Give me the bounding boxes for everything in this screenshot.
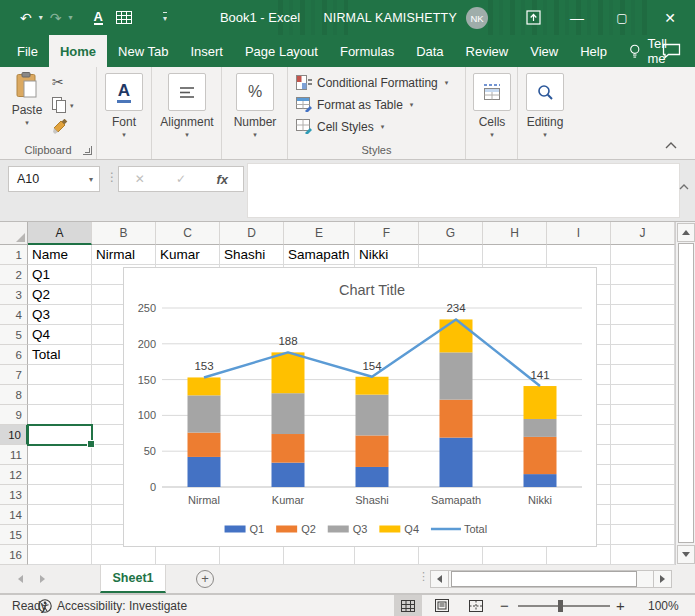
formula-input[interactable] <box>247 163 680 218</box>
name-box[interactable]: A10 ▾ <box>8 166 100 192</box>
cell-J2[interactable] <box>611 265 675 285</box>
accessibility-status[interactable]: Accessibility: Investigate <box>57 595 187 616</box>
tab-bar-splitter[interactable]: ⋮ <box>418 570 429 583</box>
paste-dropdown-icon[interactable]: ▾ <box>25 119 29 127</box>
cell-J11[interactable] <box>611 445 675 465</box>
font-dropdown-icon[interactable]: ▾ <box>122 131 126 139</box>
tab-data[interactable]: Data <box>405 35 454 67</box>
column-header-F[interactable]: F <box>355 222 419 245</box>
formula-bar-splitter[interactable]: ⋮ <box>106 170 118 184</box>
font-color-icon[interactable]: A <box>94 10 103 25</box>
redo-dropdown-icon[interactable]: ▾ <box>68 13 72 22</box>
collapse-ribbon-icon[interactable] <box>665 135 677 153</box>
cell-J13[interactable] <box>611 485 675 505</box>
scroll-left-button[interactable] <box>431 571 449 587</box>
name-box-dropdown-icon[interactable]: ▾ <box>89 175 93 184</box>
cell-J10[interactable] <box>611 425 675 445</box>
cell-J4[interactable] <box>611 305 675 325</box>
editing-group-button[interactable]: Editing ▾ <box>526 73 564 139</box>
vertical-scroll-thumb[interactable] <box>678 243 694 543</box>
cell-styles-dropdown-icon[interactable]: ▾ <box>381 123 385 131</box>
format-painter-button[interactable] <box>52 119 68 139</box>
customize-qat-icon[interactable]: ▾ <box>163 12 167 23</box>
tab-insert[interactable]: Insert <box>179 35 234 67</box>
copy-dropdown-icon[interactable]: ▾ <box>70 102 74 110</box>
row-header-11[interactable]: 11 <box>0 445 28 465</box>
alignment-group-button[interactable]: Alignment ▾ <box>168 73 206 139</box>
row-header-10[interactable]: 10 <box>0 425 28 445</box>
row-header-6[interactable]: 6 <box>0 345 28 365</box>
cell-J8[interactable] <box>611 385 675 405</box>
conditional-formatting-button[interactable]: Conditional Formatting ▾ <box>296 75 448 90</box>
zoom-slider-thumb[interactable] <box>558 600 563 612</box>
new-sheet-button[interactable]: + <box>196 570 214 588</box>
column-header-E[interactable]: E <box>284 222 355 245</box>
maximize-button[interactable]: ▢ <box>600 0 644 35</box>
prev-sheet-icon[interactable] <box>18 575 23 583</box>
close-button[interactable]: ✕ <box>648 0 692 35</box>
editing-dropdown-icon[interactable]: ▾ <box>543 131 547 139</box>
row-header-1[interactable]: 1 <box>0 245 28 265</box>
tab-view[interactable]: View <box>519 35 569 67</box>
expand-formula-bar-icon[interactable] <box>679 182 689 192</box>
row-header-9[interactable]: 9 <box>0 405 28 425</box>
cell-A1[interactable]: Name <box>28 245 92 265</box>
cell-F1[interactable]: Nikki <box>355 245 419 265</box>
column-header-G[interactable]: G <box>419 222 483 245</box>
cell-A8[interactable] <box>28 385 92 405</box>
zoom-in-button[interactable]: + <box>616 595 625 616</box>
column-header-C[interactable]: C <box>156 222 220 245</box>
row-header-12[interactable]: 12 <box>0 465 28 485</box>
cell-styles-button[interactable]: Cell Styles ▾ <box>296 119 384 134</box>
scroll-up-button[interactable] <box>677 223 695 242</box>
zoom-slider-track[interactable] <box>518 605 610 607</box>
next-sheet-icon[interactable] <box>40 575 45 583</box>
cell-J7[interactable] <box>611 365 675 385</box>
row-header-4[interactable]: 4 <box>0 305 28 325</box>
tab-home[interactable]: Home <box>49 35 107 67</box>
selected-cell-A10[interactable] <box>27 424 93 446</box>
cell-C1[interactable]: Kumar <box>156 245 220 265</box>
column-header-I[interactable]: I <box>547 222 611 245</box>
font-group-button[interactable]: A Font ▾ <box>105 73 143 139</box>
avatar[interactable]: NK <box>466 7 488 29</box>
tab-file[interactable]: File <box>6 35 49 67</box>
select-all-corner[interactable] <box>0 222 28 245</box>
page-break-preview-button[interactable] <box>462 595 490 616</box>
cells-group-button[interactable]: Cells ▾ <box>473 73 511 139</box>
tab-help[interactable]: Help <box>569 35 618 67</box>
accessibility-icon[interactable] <box>38 595 52 616</box>
cell-A6[interactable]: Total <box>28 345 92 365</box>
cut-button[interactable]: ✂ <box>52 74 64 90</box>
horizontal-scrollbar[interactable] <box>430 570 672 588</box>
insert-function-icon[interactable]: fx <box>202 172 243 187</box>
cell-J16[interactable] <box>611 545 675 565</box>
ribbon-display-options-button[interactable] <box>511 0 555 35</box>
cell-B1[interactable]: Nirmal <box>92 245 156 265</box>
cell-J14[interactable] <box>611 505 675 525</box>
column-header-J[interactable]: J <box>611 222 675 245</box>
sheet-tab-sheet1[interactable]: Sheet1 <box>100 565 166 593</box>
tell-me-box[interactable]: Tell me <box>618 35 695 67</box>
tab-new-tab[interactable]: New Tab <box>107 35 179 67</box>
number-dropdown-icon[interactable]: ▾ <box>253 131 257 139</box>
feedback-comment-icon[interactable] <box>662 43 681 63</box>
cell-H1[interactable] <box>483 245 547 265</box>
row-header-13[interactable]: 13 <box>0 485 28 505</box>
page-layout-view-button[interactable] <box>428 595 456 616</box>
conditional-formatting-dropdown-icon[interactable]: ▾ <box>445 79 449 87</box>
cell-D1[interactable]: Shashi <box>220 245 284 265</box>
cell-A3[interactable]: Q2 <box>28 285 92 305</box>
cell-J5[interactable] <box>611 325 675 345</box>
cell-E1[interactable]: Samapath <box>284 245 355 265</box>
redo-icon[interactable]: ↷ <box>50 10 62 26</box>
tab-review[interactable]: Review <box>455 35 520 67</box>
cell-A4[interactable]: Q3 <box>28 305 92 325</box>
cell-J9[interactable] <box>611 405 675 425</box>
cell-J1[interactable] <box>611 245 675 265</box>
row-header-14[interactable]: 14 <box>0 505 28 525</box>
horizontal-scroll-thumb[interactable] <box>451 571 637 587</box>
cell-A15[interactable] <box>28 525 92 545</box>
zoom-out-button[interactable]: − <box>500 595 509 616</box>
cell-A16[interactable] <box>28 545 92 565</box>
